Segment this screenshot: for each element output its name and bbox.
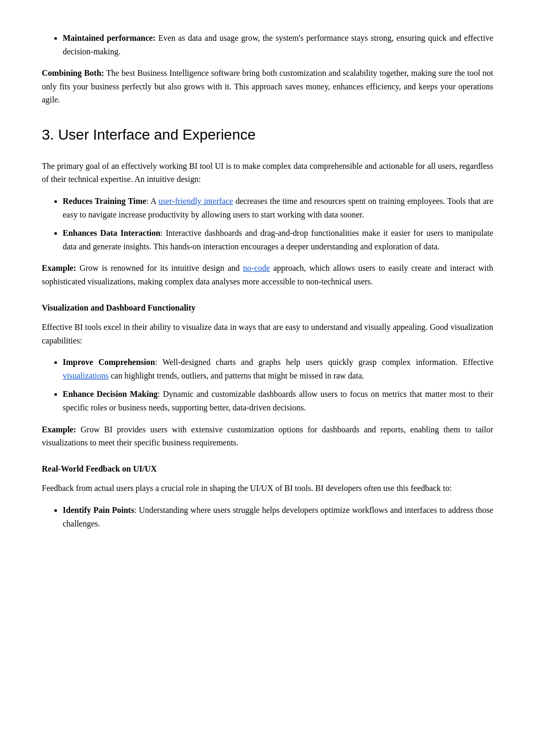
- maintained-performance-label: Maintained performance:: [63, 33, 156, 42]
- feedback-list: Identify Pain Points: Understanding wher…: [63, 503, 493, 530]
- example1-paragraph: Example: Grow is renowned for its intuit…: [42, 261, 493, 288]
- combining-both-paragraph: Combining Both: The best Business Intell…: [42, 66, 493, 107]
- maintained-performance-list: Maintained performance: Even as data and…: [63, 31, 493, 58]
- viz-intro: Effective BI tools excel in their abilit…: [42, 320, 493, 347]
- user-friendly-interface-link[interactable]: user-friendly interface: [158, 197, 233, 205]
- combining-both-label: Combining Both:: [42, 68, 104, 77]
- section3-intro: The primary goal of an effectively worki…: [42, 159, 493, 186]
- example2-label: Example:: [42, 425, 76, 434]
- reduces-training-label: Reduces Training Time: [63, 197, 146, 205]
- improve-comprehension-label: Improve Comprehension: [63, 358, 155, 366]
- example1-text-before: Grow is renowned for its intuitive desig…: [76, 264, 243, 272]
- enhance-decision-label: Enhance Decision Making: [63, 390, 158, 398]
- section3-intro-list: Reduces Training Time: A user-friendly i…: [63, 194, 493, 253]
- enhance-decision-item: Enhance Decision Making: Dynamic and cus…: [63, 387, 493, 414]
- visualizations-link[interactable]: visualizations: [63, 371, 109, 380]
- improve-comprehension-item: Improve Comprehension: Well-designed cha…: [63, 356, 493, 382]
- viz-list: Improve Comprehension: Well-designed cha…: [63, 356, 493, 414]
- viz-subheading: Visualization and Dashboard Functionalit…: [42, 301, 493, 315]
- identify-pain-points-item: Identify Pain Points: Understanding wher…: [63, 503, 493, 530]
- improve-comprehension-text-before: : Well-designed charts and graphs help u…: [155, 358, 493, 366]
- no-code-link[interactable]: no-code: [243, 264, 270, 272]
- maintained-performance-item: Maintained performance: Even as data and…: [63, 31, 493, 58]
- improve-comprehension-text-after: can highlight trends, outliers, and patt…: [109, 371, 364, 380]
- reduces-training-item: Reduces Training Time: A user-friendly i…: [63, 194, 493, 221]
- section3-heading: 3. User Interface and Experience: [42, 123, 493, 149]
- reduces-training-colon: : A: [146, 197, 158, 205]
- feedback-intro: Feedback from actual users plays a cruci…: [42, 482, 493, 495]
- example2-paragraph: Example: Grow BI provides users with ext…: [42, 423, 493, 450]
- enhances-data-label: Enhances Data Interaction: [63, 228, 160, 237]
- feedback-subheading: Real-World Feedback on UI/UX: [42, 462, 493, 476]
- identify-pain-points-label: Identify Pain Points: [63, 506, 134, 514]
- example1-label: Example:: [42, 264, 76, 272]
- combining-both-text: The best Business Intelligence software …: [42, 68, 493, 104]
- enhances-data-interaction-item: Enhances Data Interaction: Interactive d…: [63, 226, 493, 253]
- example2-text: Grow BI provides users with extensive cu…: [42, 425, 493, 448]
